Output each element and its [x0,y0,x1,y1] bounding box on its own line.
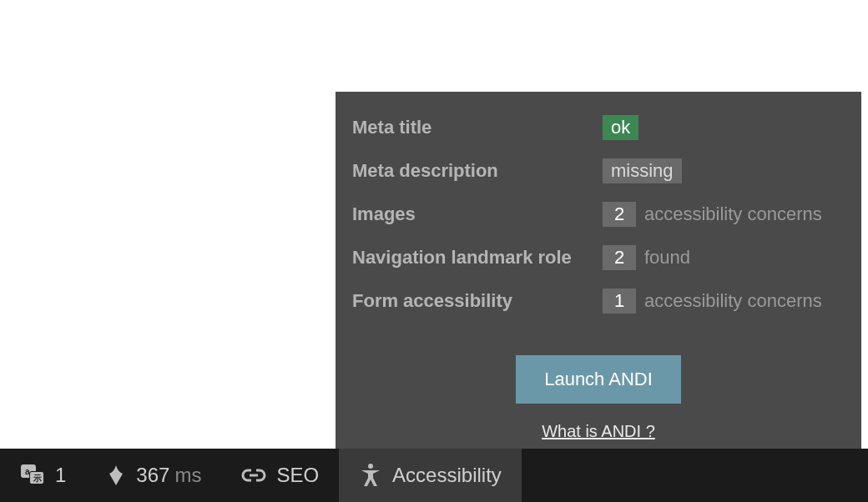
seo-label: SEO [276,464,319,487]
count-badge: 2 [603,202,636,227]
accessibility-label: Accessibility [392,464,502,487]
status-badge-missing: missing [603,158,682,183]
load-time-value: 367 [136,464,169,487]
translate-count: 1 [55,464,66,487]
accessibility-panel: Meta title ok Meta description missing I… [336,92,861,449]
accessibility-icon [359,463,382,488]
meta-title-row: Meta title ok [352,115,845,140]
download-arrow-icon [106,464,126,487]
translate-tab[interactable]: a 示 1 [0,449,86,502]
accessibility-tab[interactable]: Accessibility [339,449,522,502]
row-suffix: accessibility concerns [644,203,822,225]
status-badge-ok: ok [603,115,638,140]
navigation-landmark-row: Navigation landmark role 2 found [352,245,845,270]
load-time-unit: ms [174,464,201,487]
svg-point-6 [368,464,373,469]
row-label: Form accessibility [352,290,603,312]
bottom-bar: a 示 1 367 ms SEO [0,449,868,502]
row-suffix: found [644,247,690,269]
images-row: Images 2 accessibility concerns [352,202,845,227]
count-badge: 1 [603,289,636,314]
count-badge: 2 [603,245,636,270]
launch-andi-button[interactable]: Launch ANDI [516,355,681,404]
svg-text:示: 示 [33,474,42,483]
seo-tab[interactable]: SEO [221,449,339,502]
panel-actions: Launch ANDI What is ANDI ? [352,355,845,441]
what-is-andi-link[interactable]: What is ANDI ? [352,422,845,441]
load-time-tab[interactable]: 367 ms [86,449,221,502]
row-label: Navigation landmark role [352,247,603,269]
row-label: Meta title [352,117,603,138]
row-label: Meta description [352,160,603,182]
translate-icon: a 示 [20,464,45,487]
svg-text:a: a [25,467,30,476]
form-accessibility-row: Form accessibility 1 accessibility conce… [352,289,845,314]
row-label: Images [352,203,603,225]
link-icon [241,464,266,486]
meta-description-row: Meta description missing [352,158,845,183]
row-suffix: accessibility concerns [644,290,822,312]
